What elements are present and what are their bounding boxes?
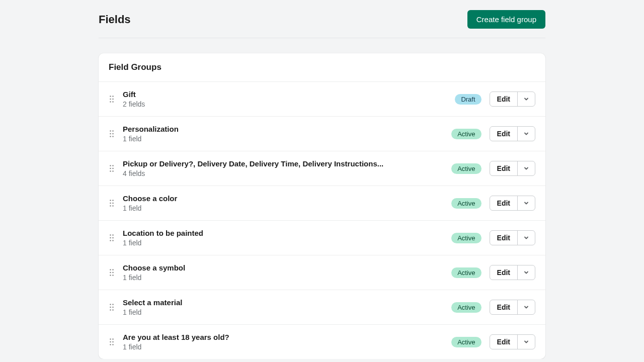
more-actions-button[interactable] xyxy=(518,127,535,141)
chevron-down-icon xyxy=(523,235,529,241)
create-field-group-button[interactable]: Create field group xyxy=(467,10,545,29)
svg-point-6 xyxy=(110,130,111,132)
svg-point-16 xyxy=(110,170,111,172)
field-group-row: Select a material1 fieldActiveEdit xyxy=(99,290,545,324)
field-group-row: Pickup or Delivery?, Delivery Date, Deli… xyxy=(99,151,545,186)
field-group-count: 1 field xyxy=(123,204,443,212)
svg-point-41 xyxy=(112,309,114,311)
svg-point-2 xyxy=(110,99,111,100)
field-group-info[interactable]: Are you at least 18 years old?1 field xyxy=(123,333,443,351)
row-actions: Edit xyxy=(490,92,535,107)
chevron-down-icon xyxy=(523,131,529,137)
edit-button[interactable]: Edit xyxy=(490,92,518,106)
status-badge: Active xyxy=(451,129,481,139)
svg-point-38 xyxy=(110,307,111,308)
svg-point-10 xyxy=(110,136,111,137)
edit-button[interactable]: Edit xyxy=(490,231,518,245)
svg-point-37 xyxy=(112,304,114,305)
more-actions-button[interactable] xyxy=(518,335,535,349)
svg-point-36 xyxy=(110,304,111,305)
field-group-row: Personalization1 fieldActiveEdit xyxy=(99,116,545,151)
edit-button[interactable]: Edit xyxy=(490,196,518,210)
field-group-count: 2 fields xyxy=(123,100,447,108)
drag-handle-icon[interactable] xyxy=(109,200,115,207)
field-group-count: 1 field xyxy=(123,308,443,316)
svg-point-20 xyxy=(110,203,111,204)
field-group-count: 4 fields xyxy=(123,169,443,177)
row-actions: Edit xyxy=(490,334,535,349)
field-group-info[interactable]: Choose a symbol1 field xyxy=(123,263,443,282)
chevron-down-icon xyxy=(523,269,529,276)
more-actions-button[interactable] xyxy=(518,231,535,245)
field-groups-card: Field Groups Gift2 fieldsDraftEditPerson… xyxy=(99,53,545,359)
svg-point-29 xyxy=(112,240,114,241)
drag-handle-icon[interactable] xyxy=(109,96,115,103)
svg-point-25 xyxy=(112,234,114,236)
svg-point-22 xyxy=(110,205,111,207)
svg-point-3 xyxy=(112,99,114,100)
status-badge: Active xyxy=(451,233,481,243)
more-actions-button[interactable] xyxy=(518,92,535,106)
drag-handle-icon[interactable] xyxy=(109,338,115,345)
field-group-count: 1 field xyxy=(123,274,443,282)
field-group-title: Location to be painted xyxy=(123,229,443,237)
edit-button[interactable]: Edit xyxy=(490,300,518,314)
status-badge: Active xyxy=(451,302,481,313)
field-group-row: Gift2 fieldsDraftEdit xyxy=(99,81,545,116)
svg-point-34 xyxy=(110,275,111,276)
drag-handle-icon[interactable] xyxy=(109,304,115,311)
svg-point-47 xyxy=(112,344,114,345)
field-groups-list: Gift2 fieldsDraftEditPersonalization1 fi… xyxy=(99,81,545,359)
drag-handle-icon[interactable] xyxy=(109,234,115,241)
chevron-down-icon xyxy=(523,304,529,310)
drag-handle-icon[interactable] xyxy=(109,165,115,172)
svg-point-39 xyxy=(112,307,114,308)
edit-button[interactable]: Edit xyxy=(490,265,518,280)
drag-handle-icon[interactable] xyxy=(109,269,115,276)
svg-point-0 xyxy=(110,96,111,97)
edit-button[interactable]: Edit xyxy=(490,161,518,175)
svg-point-24 xyxy=(110,234,111,236)
svg-point-12 xyxy=(110,165,111,166)
chevron-down-icon xyxy=(523,200,529,206)
field-group-count: 1 field xyxy=(123,135,443,143)
more-actions-button[interactable] xyxy=(518,196,535,210)
field-group-info[interactable]: Personalization1 field xyxy=(123,125,443,143)
status-badge: Active xyxy=(451,163,481,174)
field-group-title: Gift xyxy=(123,90,447,99)
more-actions-button[interactable] xyxy=(518,265,535,280)
svg-point-9 xyxy=(112,133,114,135)
drag-handle-icon[interactable] xyxy=(109,130,115,137)
page-header: Fields Create field group xyxy=(99,10,545,38)
field-group-info[interactable]: Location to be painted1 field xyxy=(123,229,443,247)
svg-point-23 xyxy=(112,205,114,207)
field-group-info[interactable]: Gift2 fields xyxy=(123,90,447,108)
svg-point-28 xyxy=(110,240,111,241)
svg-point-43 xyxy=(112,338,114,340)
field-group-info[interactable]: Pickup or Delivery?, Delivery Date, Deli… xyxy=(123,159,443,177)
field-group-info[interactable]: Select a material1 field xyxy=(123,298,443,316)
field-group-row: Are you at least 18 years old?1 fieldAct… xyxy=(99,324,545,359)
more-actions-button[interactable] xyxy=(518,161,535,175)
edit-button[interactable]: Edit xyxy=(490,335,518,349)
svg-point-7 xyxy=(112,130,114,132)
chevron-down-icon xyxy=(523,339,529,345)
svg-point-5 xyxy=(112,101,114,103)
status-badge: Draft xyxy=(455,94,481,105)
edit-button[interactable]: Edit xyxy=(490,127,518,141)
field-group-info[interactable]: Choose a color1 field xyxy=(123,194,443,212)
svg-point-46 xyxy=(110,344,111,345)
field-group-count: 1 field xyxy=(123,343,443,351)
more-actions-button[interactable] xyxy=(518,300,535,314)
svg-point-19 xyxy=(112,200,114,201)
chevron-down-icon xyxy=(523,165,529,171)
status-badge: Active xyxy=(451,198,481,209)
field-group-row: Choose a color1 fieldActiveEdit xyxy=(99,186,545,220)
svg-point-45 xyxy=(112,341,114,343)
svg-point-33 xyxy=(112,272,114,274)
row-actions: Edit xyxy=(490,126,535,141)
field-group-title: Pickup or Delivery?, Delivery Date, Deli… xyxy=(123,159,443,168)
svg-point-40 xyxy=(110,309,111,311)
field-group-title: Choose a symbol xyxy=(123,263,443,272)
svg-point-8 xyxy=(110,133,111,135)
